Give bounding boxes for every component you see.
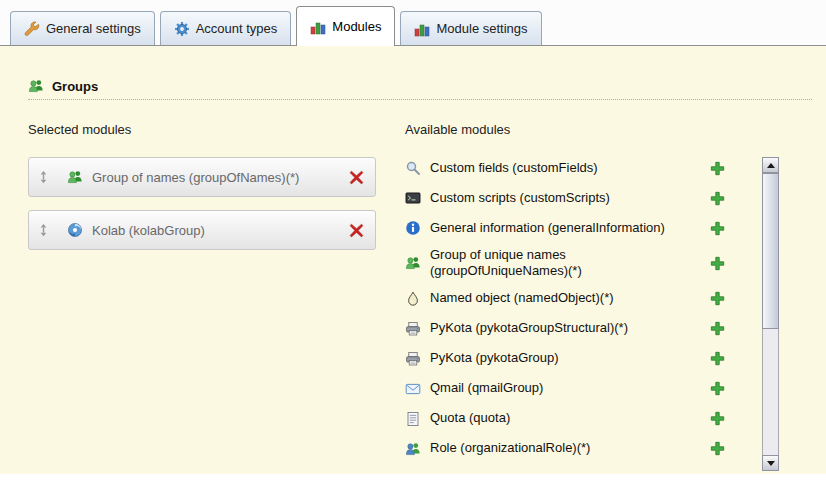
- drag-handle-icon[interactable]: [38, 223, 49, 237]
- available-module-row: Custom fields (customFields): [405, 157, 753, 179]
- printer-icon: [405, 351, 421, 367]
- available-module-label: Custom scripts (customScripts): [430, 190, 710, 206]
- script-icon: [405, 190, 421, 206]
- lam-configuration-page: General settings Account types Modules M…: [0, 0, 826, 482]
- available-module-label: General information (generalInformation): [430, 220, 710, 236]
- tab-label: Modules: [332, 19, 381, 34]
- available-module-label: Quota (quota): [430, 410, 710, 426]
- add-module-button[interactable]: [710, 441, 725, 456]
- tab-label: Module settings: [436, 21, 527, 36]
- available-module-row: Qmail (qmailGroup): [405, 378, 753, 400]
- selected-modules-column: Selected modules Group of names (groupOf…: [28, 122, 376, 460]
- available-module-label: Role (organizationalRole)(*): [430, 440, 710, 456]
- available-module-label: PyKota (pykotaGroup): [430, 350, 710, 366]
- tab-label: Account types: [196, 21, 278, 36]
- modules-icon: [414, 21, 430, 37]
- section-header-groups: Groups: [28, 78, 812, 100]
- add-module-button[interactable]: [710, 381, 725, 396]
- drag-handle-icon[interactable]: [38, 170, 49, 184]
- add-module-button[interactable]: [710, 351, 725, 366]
- drop-icon: [405, 291, 421, 307]
- tabbar-divider: [0, 45, 826, 46]
- selected-module-row: Group of names (groupOfNames)(*): [28, 157, 376, 197]
- magnifier-icon: [405, 160, 421, 176]
- gears-icon: [174, 21, 190, 37]
- quota-icon: [405, 411, 421, 427]
- remove-module-button[interactable]: [349, 223, 364, 238]
- available-modules-heading: Available modules: [405, 122, 779, 137]
- module-columns: Selected modules Group of names (groupOf…: [28, 122, 826, 460]
- group-icon: [28, 78, 44, 94]
- available-module-row: Role (organizationalRole)(*): [405, 438, 753, 460]
- available-module-row: PyKota (pykotaGroup): [405, 348, 753, 370]
- add-module-button[interactable]: [710, 221, 725, 236]
- available-module-label: Custom fields (customFields): [430, 160, 710, 176]
- wrench-icon: [24, 21, 40, 37]
- add-module-button[interactable]: [710, 291, 725, 306]
- role-icon: [405, 441, 421, 457]
- info-icon: [405, 220, 421, 236]
- mail-icon: [405, 381, 421, 397]
- available-module-label: Named object (namedObject)(*): [430, 290, 710, 306]
- available-modules-scrollbar[interactable]: [762, 157, 779, 471]
- add-module-button[interactable]: [710, 256, 725, 271]
- selected-modules-heading: Selected modules: [28, 122, 376, 137]
- available-modules-list: Custom fields (customFields) Custom scri…: [405, 157, 779, 460]
- selected-module-label: Kolab (kolabGroup): [92, 223, 349, 238]
- available-module-row: Named object (namedObject)(*): [405, 288, 753, 310]
- available-module-label: PyKota (pykotaGroupStructural)(*): [430, 320, 710, 336]
- selected-module-row: Kolab (kolabGroup): [28, 210, 376, 250]
- group-icon: [405, 255, 421, 271]
- content-area: Groups Selected modules Group of names (…: [0, 46, 826, 474]
- available-modules-column: Available modules Custom fields (customF…: [405, 122, 779, 460]
- tab-module-settings[interactable]: Module settings: [400, 11, 541, 45]
- kolab-icon: [67, 222, 83, 238]
- add-module-button[interactable]: [710, 411, 725, 426]
- available-module-row: Group of unique names (groupOfUniqueName…: [405, 247, 753, 280]
- tab-label: General settings: [46, 21, 141, 36]
- scrollbar-down-button[interactable]: [762, 455, 779, 471]
- available-module-label: Qmail (qmailGroup): [430, 380, 710, 396]
- arrow-up-icon: [767, 163, 775, 168]
- add-module-button[interactable]: [710, 191, 725, 206]
- tab-bar: General settings Account types Modules M…: [0, 0, 826, 46]
- add-module-button[interactable]: [710, 321, 725, 336]
- add-module-button[interactable]: [710, 161, 725, 176]
- available-module-row: PyKota (pykotaGroupStructural)(*): [405, 318, 753, 340]
- tab-modules[interactable]: Modules: [296, 6, 395, 46]
- arrow-down-icon: [767, 461, 775, 466]
- section-title: Groups: [52, 79, 98, 94]
- remove-module-button[interactable]: [349, 170, 364, 185]
- available-module-label: Group of unique names (groupOfUniqueName…: [430, 247, 710, 280]
- modules-icon: [310, 19, 326, 35]
- available-module-row: General information (generalInformation): [405, 217, 753, 239]
- tab-account-types[interactable]: Account types: [160, 11, 292, 45]
- printer-icon: [405, 321, 421, 337]
- group-icon: [67, 169, 83, 185]
- available-module-row: Quota (quota): [405, 408, 753, 430]
- tab-general-settings[interactable]: General settings: [10, 11, 155, 45]
- selected-module-label: Group of names (groupOfNames)(*): [92, 170, 349, 185]
- scrollbar-thumb[interactable]: [762, 173, 779, 329]
- available-module-row: Custom scripts (customScripts): [405, 187, 753, 209]
- scrollbar-up-button[interactable]: [762, 157, 779, 173]
